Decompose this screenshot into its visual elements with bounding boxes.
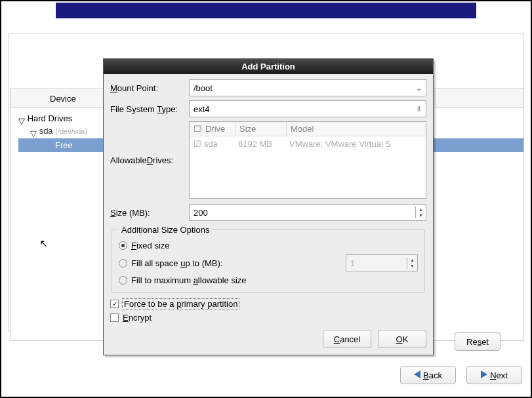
fs-type-label: File System Type:	[110, 104, 189, 114]
next-button[interactable]: Next	[466, 366, 522, 384]
fill-upto-spinner: 1 ▲▼	[346, 254, 418, 271]
encrypt-checkbox[interactable]: Encrypt	[110, 311, 426, 325]
chevron-updown-icon: ⇳	[416, 105, 422, 113]
size-options-legend: Additional Size Options	[119, 225, 212, 235]
spin-down-icon[interactable]: ▼	[416, 212, 426, 218]
mouse-cursor-icon: ↖	[39, 237, 48, 250]
radio-icon	[119, 276, 127, 285]
ok-button[interactable]: OK	[378, 330, 426, 348]
back-button[interactable]: Back	[400, 366, 456, 384]
checkbox-icon	[110, 313, 119, 322]
cancel-button[interactable]: Cancel	[323, 330, 371, 348]
chevron-down-icon: ⌄	[416, 84, 422, 92]
drives-list-row[interactable]: ☑ sda 8192 MB VMware, VMware Virtual S	[190, 136, 426, 151]
radio-fill-max[interactable]: Fill to maximum allowable size	[119, 273, 418, 287]
expand-icon[interactable]: ▽	[30, 129, 37, 135]
arrow-right-icon	[481, 370, 487, 380]
force-primary-checkbox[interactable]: Force to be a primary partition	[110, 297, 426, 311]
drive-checkbox[interactable]: ☑	[194, 139, 204, 149]
allowable-drives-list[interactable]: ☐ Drive Size Model ☑ sda 8192 MB VMware,…	[189, 121, 426, 199]
checkbox-icon	[110, 300, 119, 308]
size-options-group: Additional Size Options Fixed size Fill …	[112, 225, 425, 293]
allowable-drives-label: Allowable Drives:	[110, 121, 189, 199]
spin-down-icon: ▼	[407, 263, 417, 269]
radio-icon	[119, 241, 127, 250]
size-label: Size (MB):	[110, 208, 189, 218]
mount-point-combo[interactable]: /boot ⌄	[189, 79, 426, 96]
radio-fixed-size[interactable]: Fixed size	[119, 239, 418, 252]
radio-fill-up-to[interactable]: Fill all space up to (MB): 1 ▲▼	[119, 252, 418, 273]
drives-list-header: ☐ Drive Size Model	[190, 122, 426, 136]
dialog-title: Add Partition	[104, 59, 433, 74]
mount-point-label: Mount Point:	[110, 83, 189, 93]
spin-up-icon: ▲	[407, 257, 417, 263]
fs-type-combo[interactable]: ext4 ⇳	[189, 100, 426, 117]
size-spinner[interactable]: 200 ▲▼	[189, 204, 426, 221]
main-window: Drive /dev/sda (8192 MB) (Model: VMware,…	[1, 1, 531, 397]
radio-icon	[119, 259, 127, 268]
spin-up-icon[interactable]: ▲	[416, 207, 426, 212]
add-partition-dialog: Add Partition Mount Point: /boot ⌄ File …	[103, 58, 434, 355]
arrow-left-icon	[414, 370, 420, 380]
reset-button[interactable]: Reset	[455, 332, 501, 351]
expand-icon[interactable]: ▽	[18, 116, 25, 123]
banner	[56, 3, 476, 18]
